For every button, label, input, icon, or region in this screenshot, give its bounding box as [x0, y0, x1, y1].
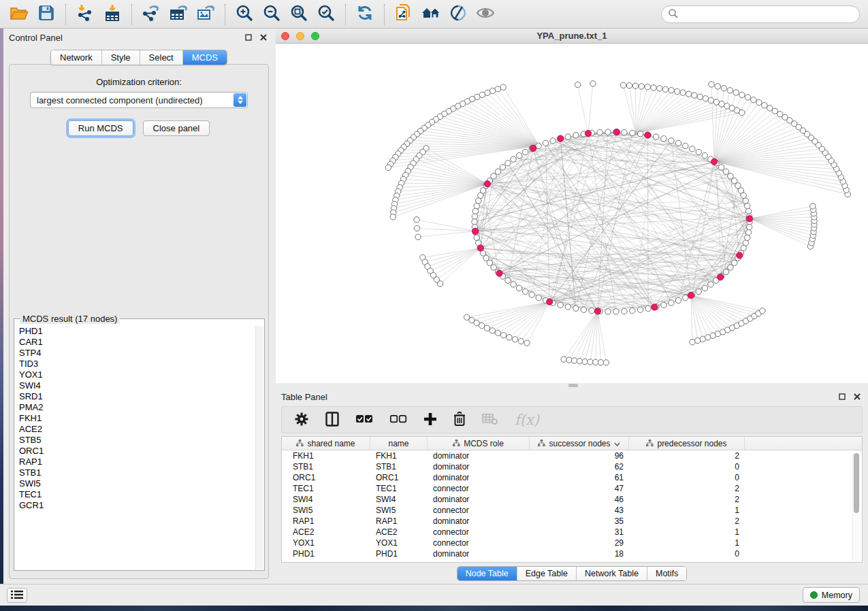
search-input[interactable]: [679, 7, 859, 21]
zoom-selected-icon: [317, 4, 335, 24]
list-item[interactable]: YOX1: [19, 369, 255, 380]
delete-column-button[interactable]: [453, 412, 466, 429]
maximize-window-icon[interactable]: [311, 32, 319, 40]
list-item[interactable]: RAP1: [19, 457, 255, 467]
table-settings-button[interactable]: [294, 412, 309, 429]
zoom-fit-icon: [290, 4, 308, 24]
zoom-in-icon: [236, 4, 253, 24]
mcds-result-list[interactable]: PHD1 CAR1 STP4 TID3 YOX1 SWI4 SRD1 PMA2 …: [15, 326, 255, 569]
table-row[interactable]: ACE2ACE2connector311: [282, 527, 862, 538]
column-header-shared-name[interactable]: shared name: [282, 437, 370, 450]
zoom-selected-button[interactable]: [315, 3, 338, 26]
list-item[interactable]: STB5: [19, 435, 255, 446]
tab-node-table[interactable]: Node Table: [457, 567, 517, 580]
memory-button[interactable]: Memory: [803, 587, 860, 603]
list-item[interactable]: TID3: [19, 359, 255, 369]
table-row[interactable]: RAP1RAP1dominator352: [282, 516, 862, 527]
memory-status-icon: [810, 591, 818, 599]
tab-mcds[interactable]: MCDS: [183, 50, 227, 65]
shared-column-icon: [453, 439, 460, 448]
network-canvas[interactable]: [276, 44, 868, 383]
table-scrollbar-thumb[interactable]: [854, 453, 859, 513]
table-row[interactable]: PHD1PHD1dominator180: [282, 548, 862, 559]
graphics-details-icon: [449, 4, 467, 24]
close-panel-button[interactable]: Close panel: [143, 120, 210, 136]
control-panel-tabs: Network Style Select MCDS: [50, 50, 227, 65]
optimization-criterion-select[interactable]: largest connected component (undirected): [30, 92, 248, 108]
list-item[interactable]: STB1: [19, 467, 255, 478]
splitter-handle[interactable]: [568, 384, 578, 387]
eye-icon: [476, 5, 495, 22]
list-item[interactable]: CAR1: [19, 337, 255, 348]
tab-network-table[interactable]: Network Table: [577, 567, 647, 580]
table-row[interactable]: ORC1ORC1dominator610: [282, 472, 862, 483]
status-bar: Memory: [0, 584, 868, 606]
column-header-name[interactable]: name: [370, 437, 428, 450]
table-row[interactable]: SWI5SWI5connector431: [282, 505, 862, 516]
network-window-titlebar[interactable]: YPA_prune.txt_1: [276, 29, 868, 44]
run-mcds-button[interactable]: Run MCDS: [68, 120, 133, 136]
list-item[interactable]: SWI5: [19, 478, 255, 489]
tab-network[interactable]: Network: [51, 50, 102, 65]
horizontal-splitter[interactable]: [276, 383, 868, 388]
close-panel-icon[interactable]: [852, 391, 863, 402]
table-row[interactable]: YOX1YOX1connector291: [282, 538, 862, 548]
close-panel-icon[interactable]: [258, 32, 269, 43]
open-file-button[interactable]: [7, 3, 31, 26]
list-item[interactable]: PHD1: [19, 326, 255, 337]
deselect-all-button[interactable]: [389, 414, 407, 426]
toggle-graphics-details-button[interactable]: [447, 3, 470, 26]
tab-style[interactable]: Style: [102, 50, 140, 65]
import-network-button[interactable]: [74, 3, 97, 26]
table-row[interactable]: TEC1TEC1connector472: [282, 483, 862, 494]
show-columns-button[interactable]: [325, 412, 339, 429]
import-table-button[interactable]: [101, 3, 124, 26]
table-row[interactable]: STB1STB1dominator620: [282, 461, 862, 472]
list-item[interactable]: FKH1: [19, 413, 255, 424]
select-all-button[interactable]: [355, 414, 373, 426]
plus-icon: [423, 412, 437, 428]
list-item[interactable]: ACE2: [19, 424, 255, 435]
zoom-fit-button[interactable]: [287, 3, 310, 26]
list-item[interactable]: SRD1: [19, 391, 255, 402]
share-document-button[interactable]: [392, 3, 415, 26]
list-item[interactable]: PMA2: [19, 402, 255, 413]
zoom-in-button[interactable]: [233, 3, 256, 26]
float-panel-icon[interactable]: [243, 32, 254, 43]
gear-icon: [294, 412, 309, 429]
refresh-layout-button[interactable]: [353, 3, 376, 26]
column-header-predecessor-nodes[interactable]: predecessor nodes: [629, 437, 745, 450]
export-network-button[interactable]: [140, 3, 163, 26]
list-item[interactable]: GCR1: [19, 500, 255, 511]
table-row[interactable]: FKH1FKH1dominator962: [282, 450, 862, 461]
global-search-field[interactable]: [661, 5, 860, 23]
minimize-window-icon[interactable]: [296, 32, 304, 40]
network-overview-button[interactable]: [419, 3, 443, 26]
list-item[interactable]: STP4: [19, 348, 255, 359]
tab-select[interactable]: Select: [140, 50, 183, 65]
column-header-mcds-role[interactable]: MCDS role: [428, 437, 530, 450]
list-item[interactable]: ORC1: [19, 446, 255, 457]
create-column-button[interactable]: [423, 412, 437, 428]
column-header-successor-nodes[interactable]: successor nodes: [530, 437, 629, 450]
column-header-filler: [745, 437, 862, 450]
save-floppy-icon: [38, 5, 54, 23]
float-panel-icon[interactable]: [837, 391, 848, 402]
tab-motifs[interactable]: Motifs: [647, 567, 686, 580]
table-row[interactable]: SWI4SWI4dominator462: [282, 494, 862, 505]
list-item[interactable]: TEC1: [19, 489, 255, 500]
tab-edge-table[interactable]: Edge Table: [517, 567, 577, 580]
export-image-button[interactable]: [194, 3, 217, 26]
column-label: MCDS role: [464, 439, 504, 448]
list-item[interactable]: SWI4: [19, 380, 255, 391]
save-session-button[interactable]: [35, 3, 58, 26]
zoom-out-icon: [263, 4, 280, 24]
zoom-out-button[interactable]: [260, 3, 283, 26]
show-hide-annotations-button[interactable]: [474, 3, 497, 26]
table-scrollbar[interactable]: [852, 453, 860, 561]
close-window-icon[interactable]: [281, 32, 289, 40]
task-history-button[interactable]: [7, 588, 27, 603]
node-table-header-row: shared name name MCDS role successor nod…: [282, 437, 862, 450]
export-table-button[interactable]: [167, 3, 190, 26]
result-list-scrollbar[interactable]: [255, 326, 263, 569]
